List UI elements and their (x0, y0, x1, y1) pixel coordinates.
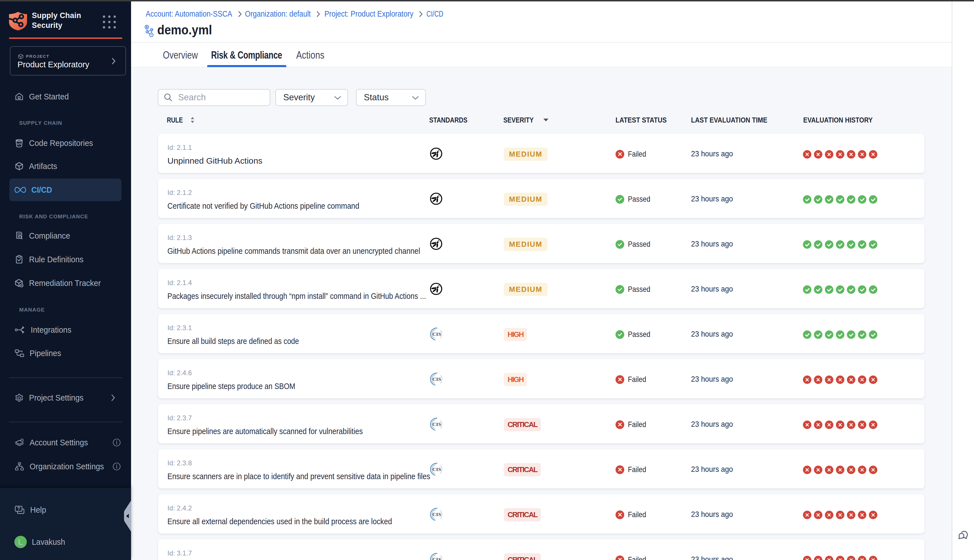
svg-text:CIS: CIS (432, 467, 441, 472)
svg-text:CIS: CIS (432, 422, 441, 427)
svg-text:CIS: CIS (432, 557, 441, 560)
svg-text:CIS: CIS (432, 512, 441, 517)
svg-text:CIS: CIS (432, 331, 441, 337)
svg-text:CIS: CIS (432, 376, 441, 382)
